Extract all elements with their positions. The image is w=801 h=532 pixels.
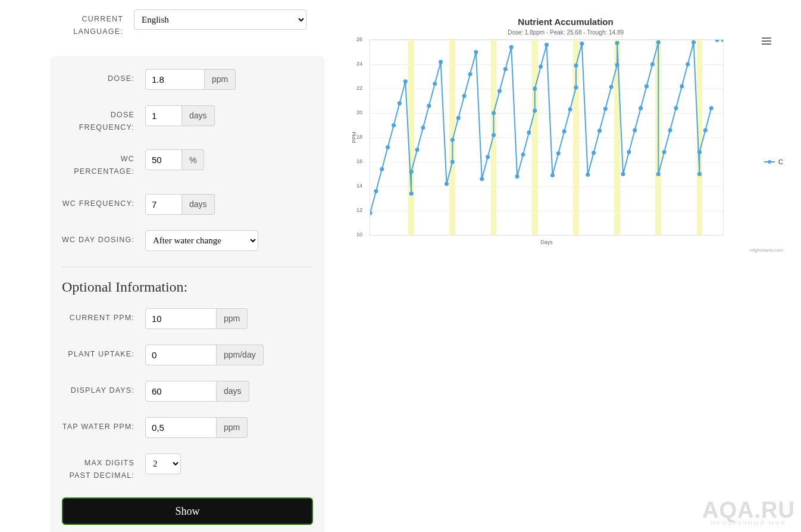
svg-point-13	[439, 60, 443, 64]
language-select[interactable]: English	[134, 10, 306, 30]
svg-point-37	[562, 129, 567, 133]
dose-freq-label: DOSE FREQUENCY:	[62, 105, 145, 134]
wc-freq-label: WC FREQUENCY:	[62, 194, 145, 210]
wc-day-dosing-select[interactable]: After water change	[145, 230, 258, 251]
svg-point-59	[674, 106, 678, 110]
wc-freq-input[interactable]	[145, 194, 182, 215]
svg-point-11	[427, 104, 431, 108]
svg-point-32	[533, 87, 537, 91]
svg-point-14	[445, 181, 449, 186]
current-ppm-input[interactable]	[145, 308, 217, 329]
svg-point-18	[462, 94, 467, 98]
svg-point-36	[556, 151, 561, 155]
legend[interactable]: C	[764, 158, 783, 165]
svg-point-6	[403, 79, 408, 83]
svg-point-28	[515, 174, 520, 179]
plant-uptake-input[interactable]	[145, 345, 217, 365]
svg-point-49	[621, 172, 625, 176]
svg-point-24	[492, 111, 496, 115]
svg-point-12	[433, 82, 437, 86]
language-label: CURRENT LANGUAGE:	[51, 10, 134, 39]
dose-freq-input[interactable]	[145, 105, 182, 126]
svg-point-9	[415, 148, 420, 152]
svg-point-19	[468, 72, 473, 76]
y-tick: 16	[356, 158, 362, 164]
svg-point-58	[668, 128, 672, 132]
svg-point-50	[627, 150, 631, 154]
chart-credits: Highcharts.com	[342, 248, 783, 253]
svg-point-7	[409, 192, 414, 196]
svg-point-61	[686, 62, 690, 67]
svg-point-5	[398, 101, 402, 105]
display-days-input[interactable]	[145, 381, 217, 402]
chart: Nutrient Accumulation Dose: 1.8ppm - Pea…	[342, 17, 789, 253]
divider	[62, 267, 313, 267]
svg-point-23	[492, 133, 496, 137]
svg-point-66	[709, 106, 714, 110]
svg-point-53	[644, 84, 649, 88]
tap-water-label: TAP WATER PPM:	[62, 417, 145, 433]
svg-point-43	[592, 151, 596, 155]
svg-point-63	[697, 172, 702, 176]
svg-point-30	[527, 130, 531, 134]
show-button[interactable]: Show	[62, 497, 313, 525]
y-tick: 26	[356, 36, 362, 42]
max-digits-select[interactable]: 2	[145, 453, 181, 474]
svg-point-10	[421, 126, 425, 130]
svg-point-33	[539, 65, 543, 69]
svg-point-45	[603, 107, 608, 111]
svg-point-34	[545, 43, 549, 47]
svg-point-22	[486, 155, 490, 159]
svg-point-35	[550, 173, 555, 177]
svg-point-54	[650, 62, 655, 67]
current-ppm-label: CURRENT PPM:	[62, 308, 145, 324]
dose-unit: ppm	[205, 69, 236, 90]
watermark: AQA.RU ПРОЗРАЧНЫЙ МИР	[702, 501, 795, 526]
tap-water-unit: ppm	[217, 417, 248, 438]
wc-day-dosing-label: WC DAY DOSING:	[62, 230, 145, 246]
tap-water-input[interactable]	[145, 417, 217, 438]
dose-input[interactable]	[145, 69, 205, 90]
svg-point-65	[703, 128, 708, 132]
svg-point-68	[721, 40, 724, 42]
optional-heading: Optional Information:	[62, 279, 313, 295]
svg-point-40	[574, 64, 578, 68]
chart-title: Nutrient Accumulation	[342, 17, 789, 27]
svg-point-57	[662, 150, 667, 154]
y-tick: 10	[356, 231, 362, 237]
chart-subtitle: Dose: 1.8ppm - Peak: 25.68 - Trough: 14.…	[342, 29, 789, 36]
svg-point-38	[568, 107, 572, 111]
dose-freq-unit: days	[182, 105, 215, 126]
svg-point-27	[509, 45, 514, 49]
max-digits-label: MAX DIGITS PAST DECIMAL:	[62, 453, 145, 483]
svg-point-20	[474, 50, 478, 54]
svg-point-60	[680, 84, 684, 88]
svg-point-42	[586, 173, 590, 177]
svg-point-31	[533, 108, 537, 112]
current-ppm-unit: ppm	[217, 308, 248, 329]
svg-point-51	[633, 128, 637, 132]
wc-pct-input[interactable]	[145, 149, 182, 170]
svg-point-2	[380, 167, 384, 171]
svg-point-17	[456, 116, 461, 120]
svg-point-55	[656, 40, 661, 45]
svg-point-41	[580, 42, 584, 46]
svg-point-0	[370, 211, 373, 215]
svg-point-4	[392, 123, 396, 127]
plot-area	[370, 39, 724, 236]
plant-uptake-label: PLANT UPTAKE:	[62, 345, 145, 361]
svg-point-26	[503, 67, 508, 71]
svg-point-67	[715, 40, 719, 42]
display-days-label: DISPLAY DAYS:	[62, 381, 145, 397]
y-tick: 18	[356, 134, 362, 140]
svg-point-47	[615, 63, 619, 67]
svg-point-16	[450, 138, 455, 142]
dose-label: DOSE:	[62, 69, 145, 85]
display-days-unit: days	[217, 381, 249, 402]
svg-point-52	[639, 106, 643, 110]
wc-pct-label: WC PERCENTAGE:	[62, 149, 145, 179]
svg-point-39	[574, 85, 578, 89]
svg-point-21	[480, 177, 484, 181]
x-axis-label: Days	[370, 239, 724, 245]
svg-point-64	[697, 150, 702, 154]
